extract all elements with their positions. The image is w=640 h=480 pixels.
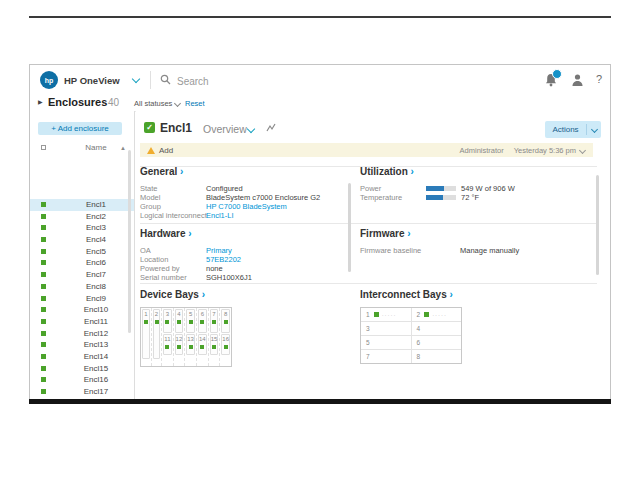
actions-chevron-icon[interactable] — [587, 127, 601, 132]
status-filter-chevron-icon — [174, 100, 181, 107]
sidebar-scrollbar[interactable] — [128, 150, 131, 333]
firmware-section-title[interactable]: Firmware › — [360, 228, 594, 239]
interconnect-bays-section-title[interactable]: Interconnect Bays › — [360, 289, 594, 300]
section-divider — [140, 283, 597, 284]
general-section-title[interactable]: General › — [140, 166, 346, 177]
enclosure-list-item[interactable]: Encl8 — [30, 281, 134, 293]
device-bay[interactable]: 16 — [221, 334, 230, 355]
status-ok-icon — [41, 214, 46, 219]
list-header: Name ▲ — [30, 143, 134, 153]
enclosures-sidebar: + Add enclosure Name ▲ Encl1 Encl2 Encl3… — [30, 111, 135, 399]
sort-ascending-icon[interactable]: ▲ — [120, 145, 126, 151]
enclosure-list-item[interactable]: Encl16 — [30, 374, 134, 386]
device-bay[interactable]: 2 — [153, 309, 161, 359]
help-button[interactable]: ? — [596, 73, 602, 85]
status-ok-icon — [41, 260, 46, 265]
device-bay[interactable]: 8 — [221, 309, 230, 333]
status-ok-icon — [41, 319, 46, 324]
enclosure-group-link[interactable]: HP C7000 BladeSystem — [206, 202, 287, 211]
notification-time: Yesterday 5:36 pm — [514, 146, 576, 155]
section-arrow-icon: › — [188, 228, 191, 239]
activity-flyout-icon[interactable] — [266, 123, 276, 133]
enclosure-list-item[interactable]: Encl17 — [30, 386, 134, 398]
enclosure-list-item[interactable]: Encl6 — [30, 257, 134, 269]
interconnect-bay[interactable]: 2····· — [412, 308, 462, 321]
enclosure-list-item[interactable]: Encl14 — [30, 351, 134, 363]
field-row: Location57EB2202 — [140, 255, 346, 264]
device-bay[interactable]: 4 — [175, 309, 184, 333]
bottom-frame-line — [29, 399, 611, 404]
logical-interconnect-link[interactable]: Encl1-LI — [206, 211, 234, 220]
view-selector-chevron-icon[interactable] — [247, 125, 255, 133]
status-ok-icon — [374, 312, 379, 317]
main-panel: ✓ Encl1 Overview Actions Add Administrat… — [136, 111, 610, 399]
interconnect-bay[interactable]: 1····· — [361, 308, 412, 321]
status-ok-icon — [41, 331, 46, 336]
left-column-scrollbar[interactable] — [348, 183, 351, 272]
main-menu-chevron-icon[interactable] — [132, 75, 140, 83]
add-enclosure-button[interactable]: + Add enclosure — [38, 122, 122, 135]
hardware-section-title[interactable]: Hardware › — [140, 228, 346, 239]
enclosure-list-item[interactable]: Encl1 — [30, 199, 134, 211]
enclosure-list-item[interactable]: Encl3 — [30, 222, 134, 234]
bay-column: 311 — [162, 308, 173, 366]
status-ok-icon — [41, 366, 46, 371]
brand-title: HP OneView — [64, 75, 120, 86]
expand-menu-icon[interactable]: ▶ — [38, 98, 43, 105]
device-bay[interactable]: 15 — [210, 334, 219, 355]
oa-link[interactable]: Primary — [206, 246, 232, 255]
warning-icon — [147, 147, 155, 154]
status-ok-icon — [41, 377, 46, 382]
device-bay[interactable]: 14 — [198, 334, 207, 355]
interconnect-bay-empty: 6 — [412, 336, 462, 349]
bay-column: 2 — [152, 308, 163, 366]
view-selector[interactable]: Overview — [203, 123, 247, 135]
status-ok-icon — [189, 320, 193, 324]
actions-button[interactable]: Actions — [545, 121, 601, 138]
device-bay[interactable]: 1 — [142, 309, 150, 359]
section-arrow-icon: › — [407, 228, 410, 239]
enclosure-list-item[interactable]: Encl10 — [30, 304, 134, 316]
interconnect-row: 3 4 — [361, 322, 461, 336]
utilization-section-title[interactable]: Utilization › — [360, 166, 594, 177]
bay-column: 816 — [220, 308, 231, 366]
status-ok-icon — [41, 342, 46, 347]
name-column-header[interactable]: Name — [70, 143, 122, 152]
status-ok-check-icon: ✓ — [144, 122, 155, 133]
section-arrow-icon: › — [449, 289, 452, 300]
device-bay[interactable]: 7 — [210, 309, 219, 333]
interconnect-row: 1····· 2····· — [361, 308, 461, 322]
enclosure-list-item[interactable]: Encl13 — [30, 339, 134, 351]
status-ok-icon — [189, 345, 193, 349]
hardware-section: Hardware › OAPrimary Location57EB2202 Po… — [140, 228, 346, 282]
status-ok-icon — [41, 284, 46, 289]
device-bay[interactable]: 13 — [186, 334, 195, 355]
right-column-scrollbar[interactable] — [596, 175, 599, 275]
section-divider — [140, 223, 597, 224]
reset-filter-link[interactable]: Reset — [185, 99, 205, 108]
notification-chevron-icon[interactable] — [579, 146, 586, 153]
interconnect-row: 7 8 — [361, 350, 461, 363]
enclosure-list-item[interactable]: Encl11 — [30, 316, 134, 328]
device-bay[interactable]: 3 — [163, 309, 171, 333]
enclosure-count: 40 — [108, 97, 119, 108]
device-bay[interactable]: 12 — [175, 334, 184, 355]
user-icon[interactable] — [571, 73, 584, 87]
status-ok-icon — [41, 307, 46, 312]
device-bay[interactable]: 5 — [186, 309, 195, 333]
location-link[interactable]: 57EB2202 — [206, 255, 241, 264]
alerts-badge — [552, 69, 562, 79]
enclosure-list-item[interactable]: Encl4 — [30, 234, 134, 246]
search-input[interactable] — [175, 72, 519, 90]
device-bay[interactable]: 6 — [198, 309, 207, 333]
device-bays-section-title[interactable]: Device Bays › — [140, 289, 346, 300]
status-ok-icon — [224, 320, 228, 324]
notification-bar[interactable]: Add Administrator Yesterday 5:36 pm — [140, 143, 593, 157]
device-bay[interactable]: 11 — [163, 334, 171, 355]
status-ok-icon — [165, 320, 169, 324]
bay-column: 513 — [185, 308, 197, 366]
enclosure-list-item[interactable]: Encl7 — [30, 269, 134, 281]
status-column-icon — [41, 145, 46, 150]
interconnect-bay-empty: 7 — [361, 350, 412, 363]
status-filter-dropdown[interactable]: All statuses — [134, 99, 172, 108]
